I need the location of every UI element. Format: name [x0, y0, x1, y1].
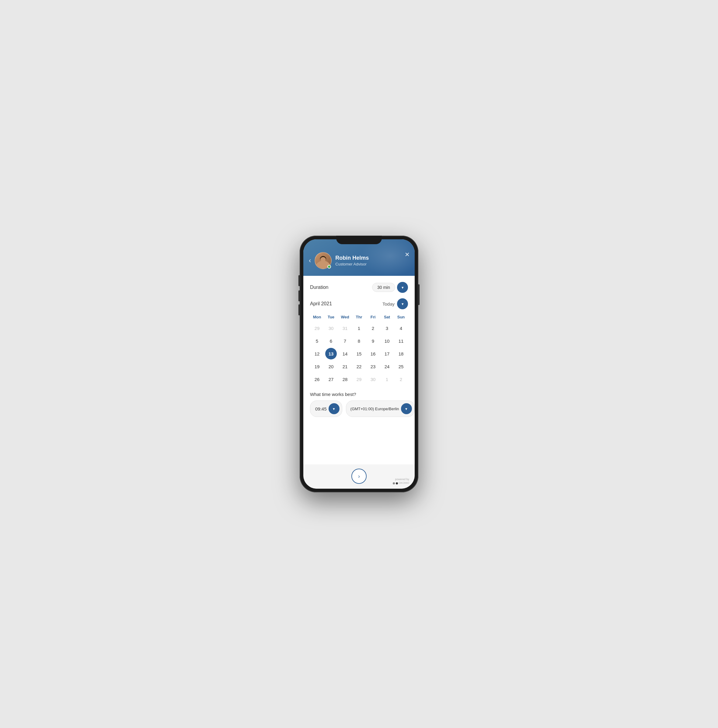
calendar-cell[interactable]: 13 — [325, 348, 337, 359]
calendar-cell: 30 — [325, 322, 337, 334]
calendar-cell: 29 — [353, 373, 365, 385]
calendar-grid: 2930311234567891011121314151617181920212… — [310, 322, 408, 385]
timezone-chevron-icon: ▾ — [405, 407, 407, 411]
timezone-value: (GMT+01:00) Europe/Berlin — [351, 407, 399, 411]
calendar-cell[interactable]: 19 — [311, 361, 323, 372]
calendar-day-name: Wed — [338, 314, 352, 321]
calendar-cell: 30 — [367, 373, 379, 385]
duration-select[interactable]: 30 min ▾ — [372, 282, 408, 293]
phone-screen: ‹ Robin Helms — [303, 239, 415, 489]
close-button[interactable]: ✕ — [405, 251, 410, 258]
time-chevron-icon: ▾ — [333, 407, 335, 411]
calendar-cell[interactable]: 17 — [381, 348, 393, 359]
duration-row: Duration 30 min ▾ — [310, 282, 408, 293]
month-label: April 2021 — [310, 301, 332, 306]
today-chevron-icon: ▾ — [402, 302, 404, 306]
calendar-cell[interactable]: 21 — [339, 361, 351, 372]
calendar-day-name: Sat — [380, 314, 394, 321]
calendar-day-name: Thr — [352, 314, 366, 321]
calendar-cell: 31 — [339, 322, 351, 334]
calendar-cell[interactable]: 20 — [325, 361, 337, 372]
time-select[interactable]: 09:45 ▾ — [310, 401, 342, 417]
user-name: Robin Helms — [335, 255, 369, 262]
footer: › powered by OKOMO — [303, 464, 415, 489]
calendar-cell[interactable]: 6 — [325, 335, 337, 347]
today-row[interactable]: Today ▾ — [383, 298, 408, 309]
avatar-wrap — [315, 252, 332, 269]
time-row: 09:45 ▾ (GMT+01:00) Europe/Berlin ▾ — [310, 401, 408, 417]
brand-name: OKOMO — [398, 482, 409, 485]
brand-dots — [393, 482, 398, 485]
header: ‹ Robin Helms — [303, 239, 415, 276]
next-icon: › — [358, 473, 360, 480]
calendar-day-name: Sun — [394, 314, 408, 321]
calendar-cell[interactable]: 25 — [395, 361, 407, 372]
dot2 — [396, 482, 398, 485]
timezone-dropdown-btn[interactable]: ▾ — [401, 403, 412, 414]
calendar-cell[interactable]: 4 — [395, 322, 407, 334]
today-label: Today — [383, 301, 395, 306]
calendar-cell[interactable]: 14 — [339, 348, 351, 359]
calendar-cell[interactable]: 16 — [367, 348, 379, 359]
time-dropdown-btn[interactable]: ▾ — [329, 403, 340, 414]
calendar-cell[interactable]: 15 — [353, 348, 365, 359]
calendar-cell[interactable]: 9 — [367, 335, 379, 347]
calendar-cell: 2 — [395, 373, 407, 385]
back-button[interactable]: ‹ — [309, 257, 311, 265]
calendar-header: MonTueWedThrFriSatSun — [310, 314, 408, 321]
timezone-select[interactable]: (GMT+01:00) Europe/Berlin ▾ — [346, 401, 415, 417]
calendar-cell[interactable]: 8 — [353, 335, 365, 347]
duration-pill[interactable]: 30 min — [372, 283, 395, 292]
calendar-day-name: Mon — [310, 314, 324, 321]
time-section-label: What time works best? — [310, 392, 408, 397]
calendar-cell[interactable]: 1 — [353, 322, 365, 334]
duration-label: Duration — [310, 284, 328, 290]
calendar-cell[interactable]: 22 — [353, 361, 365, 372]
duration-chevron-icon: ▾ — [402, 285, 404, 290]
svg-point-2 — [321, 257, 326, 262]
calendar-day-name: Tue — [324, 314, 338, 321]
calendar-cell[interactable]: 18 — [395, 348, 407, 359]
user-info: Robin Helms Customer Advisor — [335, 255, 369, 267]
next-button[interactable]: › — [351, 469, 367, 484]
calendar-day-name: Fri — [366, 314, 380, 321]
time-value: 09:45 — [315, 406, 327, 411]
time-section: What time works best? 09:45 ▾ (GMT+01:00… — [310, 392, 408, 417]
calendar-cell[interactable]: 5 — [311, 335, 323, 347]
notch — [336, 236, 382, 244]
calendar-cell[interactable]: 23 — [367, 361, 379, 372]
month-row: April 2021 Today ▾ — [310, 298, 408, 309]
phone-frame: ‹ Robin Helms — [300, 236, 418, 492]
calendar-cell[interactable]: 12 — [311, 348, 323, 359]
powered-by: powered by OKOMO — [393, 477, 409, 485]
dot1 — [393, 482, 395, 485]
calendar-cell: 1 — [381, 373, 393, 385]
online-indicator — [328, 265, 331, 269]
calendar-cell: 29 — [311, 322, 323, 334]
duration-dropdown-btn[interactable]: ▾ — [397, 282, 408, 293]
calendar-cell[interactable]: 26 — [311, 373, 323, 385]
calendar-cell[interactable]: 3 — [381, 322, 393, 334]
calendar-cell[interactable]: 10 — [381, 335, 393, 347]
main-content: Duration 30 min ▾ April 2021 Today ▾ — [303, 276, 415, 464]
calendar-cell[interactable]: 11 — [395, 335, 407, 347]
calendar-cell[interactable]: 28 — [339, 373, 351, 385]
calendar-cell[interactable]: 24 — [381, 361, 393, 372]
calendar-cell[interactable]: 2 — [367, 322, 379, 334]
user-title: Customer Advisor — [335, 262, 369, 266]
calendar-cell[interactable]: 7 — [339, 335, 351, 347]
calendar-cell[interactable]: 27 — [325, 373, 337, 385]
calendar: MonTueWedThrFriSatSun 293031123456789101… — [310, 314, 408, 385]
today-dropdown-btn[interactable]: ▾ — [397, 298, 408, 309]
